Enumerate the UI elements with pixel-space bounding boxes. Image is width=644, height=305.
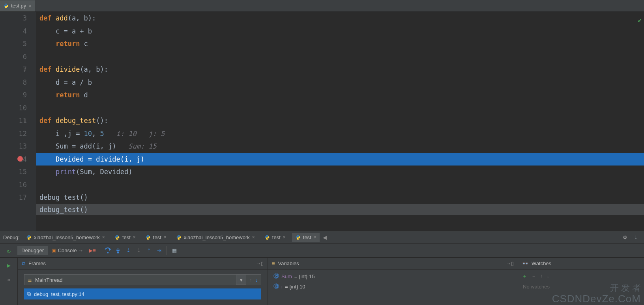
rerun-icon[interactable]: ↻ (4, 247, 14, 257)
breakpoint-icon[interactable] (17, 156, 23, 162)
frames-title: Frames (28, 260, 46, 266)
evaluate-expression-icon[interactable]: ▦ (169, 245, 180, 256)
show-execution-point-icon[interactable]: ▶≡ (87, 245, 97, 256)
chevron-down-icon[interactable]: ▾ (236, 275, 246, 285)
prev-frame-icon[interactable]: ↑ (249, 277, 252, 283)
var-icon: ⑱ (273, 273, 279, 280)
thread-name: MainThread (35, 277, 62, 283)
more-icon[interactable]: » (4, 274, 14, 285)
scroll-left-icon[interactable]: ◀ (323, 234, 327, 240)
debug-panels: ▶ » ⧉ Frames →▯ ≣ MainThread ▾ ↑ ↓ ⧉ deb… (0, 258, 644, 305)
debug-toolbar: ↻ Debugger ▣ Console → ▶≡ ⇣ ⇣ ⇡ ⇥ ▦ (0, 244, 644, 258)
debug-tab[interactable]: test× (111, 233, 139, 242)
step-into-icon[interactable] (113, 245, 123, 256)
move-down-icon[interactable]: ↓ (547, 273, 550, 280)
file-tab-test[interactable]: test.py × (0, 0, 35, 11)
python-icon (3, 3, 9, 9)
remove-watch-icon[interactable]: － (531, 273, 536, 280)
svg-rect-4 (117, 252, 119, 253)
step-into-mycode-icon[interactable]: ⇣ (123, 245, 133, 256)
frames-panel: ⧉ Frames →▯ ≣ MainThread ▾ ↑ ↓ ⧉ debug_t… (17, 258, 268, 305)
variables-title: Variables (278, 260, 299, 266)
line-number: 3⊟ (0, 12, 27, 25)
python-icon (26, 234, 32, 240)
variable-row[interactable]: ⑱ Sum = {int} 15 (271, 271, 515, 281)
next-frame-icon[interactable]: ↓ (255, 277, 258, 283)
move-up-icon[interactable]: ↑ (540, 273, 543, 280)
watches-title: Watches (532, 260, 551, 266)
variables-panel: ≡ Variables →▯ ⑱ Sum = {int} 15 ⑱ i = {i… (268, 258, 518, 305)
force-step-into-icon[interactable]: ⇣ (133, 245, 144, 256)
svg-point-1 (6, 7, 7, 8)
thread-selector[interactable]: ≣ MainThread ▾ ↑ ↓ (24, 274, 261, 285)
stack-frame-row[interactable]: ⧉ debug_test, test.py:14 (24, 288, 261, 299)
restore-layout-icon[interactable]: →▯ (506, 260, 514, 266)
debug-tab[interactable]: xiaozhai_lesson5_homework× (173, 233, 258, 242)
svg-point-0 (5, 4, 6, 4)
glasses-icon: 👓 (522, 260, 528, 266)
add-watch-icon[interactable]: ＋ (522, 273, 527, 280)
frame-icon: ⧉ (27, 291, 31, 297)
stack-frame-label: debug_test, test.py:14 (34, 291, 84, 297)
debugger-tab[interactable]: Debugger (17, 246, 48, 255)
svg-rect-3 (107, 252, 109, 253)
resume-icon[interactable]: ▶ (4, 260, 14, 270)
step-over-icon[interactable] (103, 245, 113, 256)
settings-icon[interactable]: ⚙ (623, 234, 627, 240)
watermark: 开 发 者 (610, 282, 641, 294)
run-to-cursor-icon[interactable]: ⇥ (154, 245, 164, 256)
frames-icon: ⧉ (22, 260, 25, 267)
file-tab-label: test.py (11, 3, 26, 9)
debug-tab[interactable]: test× (261, 233, 289, 242)
restore-layout-icon[interactable]: →▯ (256, 260, 264, 266)
variables-icon: ≡ (272, 260, 275, 266)
debug-session-tabs: Debug: xiaozhai_lesson5_homework× test× … (0, 231, 644, 244)
variable-row[interactable]: ⑱ i = {int} 10 (271, 281, 515, 292)
current-execution-line: Devided = divide(i, j) (36, 153, 644, 166)
close-icon[interactable]: × (28, 3, 32, 9)
thread-icon: ≣ (28, 277, 32, 283)
watches-panel: 👓 Watches ＋ － ↑ ↓ No watches 开 发 者 CSDND… (518, 258, 644, 305)
completion-hint: debug_test() (36, 204, 644, 215)
close-icon[interactable]: × (102, 234, 105, 240)
step-out-icon[interactable]: ⇡ (144, 245, 154, 256)
code-area[interactable]: def add(a, b): c = a + b return c def di… (36, 12, 644, 231)
debug-tab[interactable]: test× (142, 233, 170, 242)
debug-label: Debug: (3, 234, 20, 240)
debug-tab[interactable]: xiaozhai_lesson5_homework× (23, 233, 108, 242)
watermark: CSDNDevZe.CoM (552, 293, 641, 305)
code-editor[interactable]: ✔ 3⊟ 4 5⊥ 6 7⊟ 8 9⊥ 10 11⊟ 12 13 14 15⊥ … (0, 12, 644, 231)
editor-tabbar: test.py × (0, 0, 644, 12)
pin-icon[interactable]: ⤓ (631, 232, 641, 242)
debug-tab-active[interactable]: test× (292, 233, 320, 242)
var-icon: ⑱ (273, 283, 279, 290)
gutter: 3⊟ 4 5⊥ 6 7⊟ 8 9⊥ 10 11⊟ 12 13 14 15⊥ 16… (0, 12, 36, 231)
console-tab[interactable]: ▣ Console → (48, 246, 87, 255)
